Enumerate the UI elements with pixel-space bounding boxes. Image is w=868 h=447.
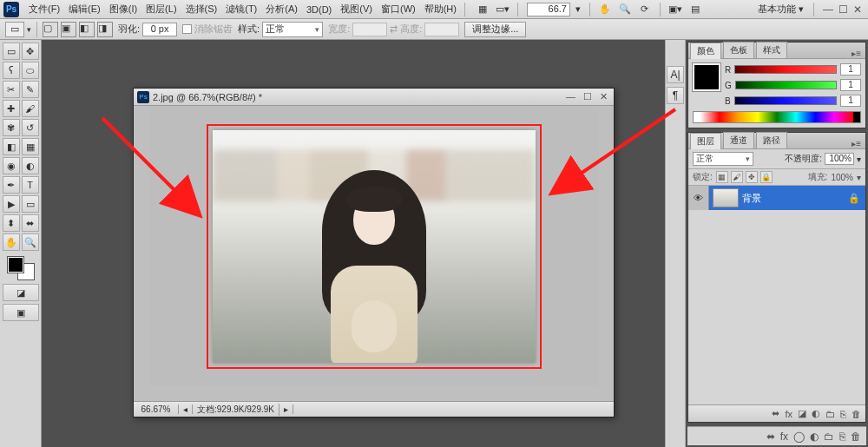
workspace-switcher[interactable]: 基本功能 ▾	[754, 3, 807, 16]
tool-clone[interactable]: ✾	[3, 119, 20, 136]
mask-icon[interactable]: ◪	[798, 408, 806, 419]
status-zoom[interactable]: 66.67%	[134, 404, 179, 414]
lock-transp-icon[interactable]: ▦	[716, 171, 728, 183]
menu-file[interactable]: 文件(F)	[24, 3, 64, 16]
tab-color[interactable]: 颜色	[690, 43, 721, 59]
menu-filter[interactable]: 滤镜(T)	[221, 3, 261, 16]
tool-eyedropper[interactable]: ✎	[22, 81, 39, 98]
menu-view[interactable]: 视图(V)	[336, 3, 377, 16]
feather-input[interactable]: 0 px	[142, 23, 177, 36]
menu-3d[interactable]: 3D(D)	[302, 4, 336, 15]
mb-new-icon[interactable]: ⎘	[839, 431, 845, 443]
tool-hand[interactable]: ✋	[3, 233, 20, 251]
refine-edge-button[interactable]: 调整边缘...	[464, 22, 526, 37]
layer-name[interactable]: 背景	[742, 192, 761, 205]
menu-select[interactable]: 选择(S)	[181, 3, 222, 16]
tool-eraser[interactable]: ◧	[3, 138, 20, 155]
tab-channels[interactable]: 通道	[723, 132, 754, 148]
tool-3d-cam[interactable]: ⬌	[22, 214, 39, 232]
fill-input[interactable]: 100%	[831, 173, 853, 182]
status-menu[interactable]: ▸	[279, 404, 293, 414]
menu-window[interactable]: 窗口(W)	[377, 3, 420, 16]
tool-pen[interactable]: ✒	[3, 176, 20, 194]
tool-blur[interactable]: ◉	[3, 157, 20, 174]
launch-bridge-icon[interactable]: ▦	[474, 2, 491, 17]
marquee-preset-icon[interactable]: ▭	[5, 22, 24, 37]
mb-icon[interactable]: ⬌	[766, 431, 775, 443]
color-thumb[interactable]	[693, 63, 720, 91]
r-slider[interactable]	[734, 65, 837, 74]
document-canvas[interactable]	[149, 108, 599, 385]
document-window[interactable]: Ps 2.jpg @ 66.7%(RGB/8#) * — ☐ ✕	[133, 88, 615, 417]
menu-image[interactable]: 图像(I)	[105, 3, 141, 16]
doc-window-controls[interactable]: — ☐ ✕	[566, 91, 610, 102]
layer-row[interactable]: 👁 背景 🔒	[688, 186, 865, 210]
tool-shape[interactable]: ▭	[22, 195, 39, 213]
screen-mode-toggle[interactable]: ▣	[3, 304, 39, 321]
tool-path-select[interactable]: ▶	[3, 195, 20, 213]
group-icon[interactable]: 🗀	[825, 409, 835, 419]
window-controls[interactable]: —☐✕	[820, 3, 865, 16]
panel-menu-icon[interactable]: ▸≡	[847, 49, 865, 58]
hand-tool-icon[interactable]: ✋	[596, 2, 614, 17]
layers-panel-menu-icon[interactable]: ▸≡	[847, 139, 865, 148]
tool-3d[interactable]: ⬍	[3, 214, 20, 232]
tool-marquee[interactable]: ▭	[3, 43, 20, 60]
tab-swatches[interactable]: 色板	[723, 42, 754, 58]
dock-para-icon[interactable]: ¶	[667, 87, 684, 104]
rotate-view-icon[interactable]: ⟳	[636, 2, 654, 17]
link-layers-icon[interactable]: ⬌	[772, 408, 779, 419]
r-value[interactable]: 1	[840, 63, 861, 76]
lock-pixels-icon[interactable]: 🖌	[731, 171, 743, 183]
menu-edit[interactable]: 编辑(E)	[64, 3, 105, 16]
mb-folder-icon[interactable]: 🗀	[824, 431, 834, 443]
mb-trash-icon[interactable]: 🗑	[851, 431, 861, 443]
extras-icon[interactable]: ▤	[687, 2, 704, 17]
zoom-input[interactable]: 66.7	[527, 3, 570, 16]
tool-healing[interactable]: ✚	[3, 100, 20, 117]
visibility-toggle-icon[interactable]: 👁	[688, 186, 709, 210]
opacity-input[interactable]: 100%	[825, 153, 854, 165]
lock-pos-icon[interactable]: ✥	[746, 171, 758, 183]
b-value[interactable]: 1	[840, 95, 861, 107]
new-layer-icon[interactable]: ⎘	[840, 409, 846, 419]
quick-mask-toggle[interactable]: ◪	[3, 284, 39, 301]
g-slider[interactable]	[735, 81, 837, 89]
tool-dodge[interactable]: ◐	[22, 157, 39, 174]
menu-analysis[interactable]: 分析(A)	[261, 3, 302, 16]
adjust-layer-icon[interactable]: ◐	[812, 408, 820, 419]
layer-thumb[interactable]	[713, 188, 739, 207]
tool-crop[interactable]: ✂	[3, 81, 20, 98]
tab-layers[interactable]: 图层	[690, 133, 721, 149]
tool-brush[interactable]: 🖌	[22, 100, 39, 117]
mb-fx-icon[interactable]: fx	[780, 431, 788, 443]
lock-all-icon[interactable]: 🔒	[760, 171, 773, 183]
tool-lasso[interactable]: ʕ	[3, 62, 20, 79]
b-slider[interactable]	[734, 96, 837, 105]
screen-mode-icon[interactable]: ▣▾	[667, 2, 684, 17]
zoom-tool-icon[interactable]: 🔍	[616, 2, 634, 17]
tool-gradient[interactable]: ▦	[22, 138, 39, 155]
color-swatch[interactable]	[6, 255, 36, 281]
tool-type[interactable]: T	[22, 176, 39, 194]
selection-mode-buttons[interactable]: ▢ ▣ ◧ ◨	[43, 22, 113, 37]
color-spectrum[interactable]	[693, 111, 861, 123]
tool-history-brush[interactable]: ↺	[22, 119, 39, 136]
blend-mode-select[interactable]: 正常	[693, 152, 753, 166]
delete-layer-icon[interactable]: 🗑	[852, 409, 861, 419]
tool-quick-select[interactable]: ⬭	[22, 62, 39, 79]
tool-move[interactable]: ✥	[22, 43, 39, 60]
tab-styles[interactable]: 样式	[756, 42, 787, 58]
arrange-docs-icon[interactable]: ▭▾	[494, 2, 511, 17]
document-titlebar[interactable]: Ps 2.jpg @ 66.7%(RGB/8#) * — ☐ ✕	[134, 89, 614, 106]
mb-circle-icon[interactable]: ◯	[793, 431, 805, 443]
status-arrow-left[interactable]: ◂	[179, 404, 193, 414]
g-value[interactable]: 1	[840, 79, 861, 91]
mb-adjust-icon[interactable]: ◐	[810, 431, 819, 443]
tab-paths[interactable]: 路径	[756, 132, 787, 148]
dock-char-icon[interactable]: A|	[667, 66, 684, 83]
menu-layer[interactable]: 图层(L)	[141, 3, 181, 16]
menu-help[interactable]: 帮助(H)	[420, 3, 461, 16]
tool-zoom[interactable]: 🔍	[22, 233, 39, 251]
fx-icon[interactable]: fx	[785, 409, 792, 419]
